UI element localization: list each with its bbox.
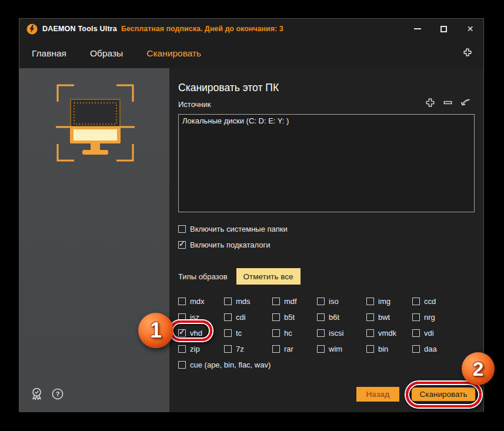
checkbox-icon (178, 225, 186, 233)
tab-list: ГлавнаяОбразыСканировать (19, 39, 483, 68)
checkbox-label: b5t (284, 313, 295, 322)
option-checkbox-2[interactable]: Включить подкаталоги (178, 240, 288, 249)
type-checkbox-bin[interactable]: bin (366, 345, 412, 353)
checkbox-label: zip (190, 345, 200, 353)
type-checkbox-bwt[interactable]: bwt (366, 313, 412, 322)
checkbox-label: img (378, 297, 390, 306)
help-button[interactable]: ? (52, 388, 64, 402)
svg-text:?: ? (56, 390, 60, 397)
checkbox-label: 7z (236, 345, 244, 353)
type-checkbox-b5t[interactable]: b5t (272, 313, 317, 322)
type-checkbox-ccd[interactable]: ccd (412, 297, 465, 306)
close-button[interactable]: ✕ (457, 19, 483, 39)
type-checkbox-hc[interactable]: hc (272, 329, 317, 338)
source-toolbar (425, 98, 470, 108)
license-button[interactable] (30, 387, 44, 403)
checkbox-icon (366, 329, 374, 337)
cue-row: cue (ape, bin, flac, wav) (178, 360, 271, 369)
tab-Образы[interactable]: Образы (90, 48, 123, 59)
app-title: DAEMON Tools Ultra (42, 25, 117, 33)
type-checkbox-iscsi[interactable]: iscsi (317, 329, 366, 338)
checkbox-label: wim (329, 345, 342, 353)
checkbox-icon (317, 329, 325, 337)
add-source-button[interactable] (425, 98, 435, 108)
type-checkbox-nrg[interactable]: nrg (412, 313, 465, 322)
checkbox-icon (224, 329, 232, 337)
type-checkbox-wim[interactable]: wim (317, 345, 366, 353)
type-checkbox-iso[interactable]: iso (317, 297, 366, 306)
checkbox-icon (366, 345, 374, 353)
checkbox-icon (178, 241, 186, 249)
checkbox-icon (224, 298, 232, 305)
checkbox-label: Включить системные папки (190, 225, 288, 233)
checkbox-label: vdi (424, 329, 434, 338)
checkbox-label: iscsi (329, 329, 343, 338)
checkbox-icon (178, 298, 186, 305)
type-checkbox-rar[interactable]: rar (272, 345, 317, 353)
source-label: Источник (178, 100, 211, 109)
scan-options: Включить системные папкиВключить подката… (178, 225, 288, 249)
type-grid: mdxmdsmdfisoimgccdiszcdib5tb6tbwtnrgvhdt… (178, 297, 465, 353)
app-window: DAEMON Tools Ultra Бесплатная подписка. … (19, 18, 484, 412)
maximize-icon (440, 26, 447, 32)
reset-source-button[interactable] (460, 98, 470, 108)
minimize-icon (414, 28, 421, 29)
checkbox-icon (317, 345, 325, 353)
checkbox-icon (366, 313, 374, 321)
checkbox-icon (412, 329, 420, 337)
maximize-button[interactable] (430, 19, 457, 39)
source-list-item[interactable]: Локальные диски (C: D: E: Y: ) (179, 115, 474, 127)
checkbox-icon (272, 345, 280, 353)
checkbox-label: bwt (378, 313, 390, 322)
highlight-ring-scan-button (406, 382, 482, 407)
subscription-status: Бесплатная подписка. Дней до окончания: … (121, 25, 283, 33)
checkbox-icon (272, 329, 280, 337)
tab-Сканировать[interactable]: Сканировать (146, 48, 201, 59)
step-1-callout: 1 (138, 313, 173, 348)
checkbox-label: mdx (190, 297, 205, 306)
checkbox-icon (272, 298, 280, 305)
type-checkbox-cdi[interactable]: cdi (224, 313, 272, 322)
checkbox-icon (317, 298, 325, 305)
types-label: Типы образов (178, 272, 228, 281)
checkbox-label: mds (236, 297, 251, 306)
plus-icon (426, 98, 435, 107)
back-button[interactable]: Назад (356, 387, 399, 402)
help-icon: ? (52, 388, 64, 400)
checkbox-label: ccd (424, 297, 436, 306)
tab-Главная[interactable]: Главная (32, 48, 66, 59)
type-checkbox-mdf[interactable]: mdf (272, 297, 317, 306)
checkbox-label: tc (236, 329, 242, 338)
type-checkbox-zip[interactable]: zip (178, 345, 224, 353)
type-checkbox-vdi[interactable]: vdi (412, 329, 465, 338)
new-tab-button[interactable] (463, 48, 472, 59)
source-list[interactable]: Локальные диски (C: D: E: Y: ) (178, 114, 475, 212)
remove-source-button[interactable] (443, 98, 453, 108)
checkbox-label: daa (424, 345, 437, 353)
checkbox-label: vmdk (378, 329, 396, 338)
checkbox-icon (272, 313, 280, 321)
type-checkbox-tc[interactable]: tc (224, 329, 272, 338)
type-checkbox-mdx[interactable]: mdx (178, 297, 224, 306)
type-checkbox-vmdk[interactable]: vmdk (366, 329, 412, 338)
minimize-button[interactable] (404, 19, 430, 39)
select-all-button[interactable]: Отметить все (236, 268, 301, 285)
type-checkbox-mds[interactable]: mds (224, 297, 272, 306)
checkbox-icon (178, 345, 186, 353)
checkbox-label: rar (284, 345, 293, 353)
checkbox-icon (224, 345, 232, 353)
type-checkbox-img[interactable]: img (366, 297, 412, 306)
checkbox-icon (366, 298, 374, 305)
type-checkbox-7z[interactable]: 7z (224, 345, 272, 353)
type-checkbox-cue[interactable]: cue (ape, bin, flac, wav) (178, 360, 271, 369)
sidebar: ? (19, 68, 169, 412)
checkbox-icon (224, 313, 232, 321)
type-checkbox-daa[interactable]: daa (412, 345, 465, 353)
type-checkbox-b6t[interactable]: b6t (317, 313, 366, 322)
option-checkbox-1[interactable]: Включить системные папки (178, 225, 288, 233)
monitor-scan-icon (54, 81, 137, 165)
undo-arrow-icon (460, 98, 470, 107)
checkbox-icon (317, 313, 325, 321)
checkbox-label: cdi (236, 313, 246, 322)
checkbox-icon (178, 361, 186, 369)
